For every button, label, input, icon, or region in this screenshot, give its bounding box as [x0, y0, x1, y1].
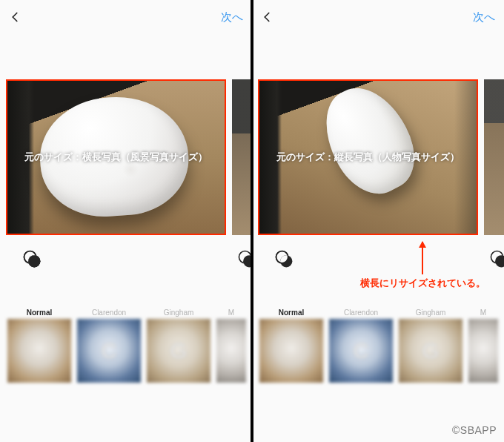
next-button[interactable]: 次へ — [221, 10, 243, 24]
filter-normal[interactable]: Normal — [259, 306, 323, 387]
lux-button[interactable] — [22, 249, 42, 268]
filter-clarendon[interactable]: Clarendon C — [329, 306, 393, 387]
filter-strip[interactable]: Normal Clarendon C Gingham G M — [252, 306, 504, 387]
filter-label: Normal — [27, 306, 52, 319]
lux-button[interactable] — [274, 249, 294, 268]
overlay-caption: 元のサイズ：縦長写真（人物写真サイズ） — [271, 151, 465, 164]
filter-thumb — [216, 319, 246, 383]
filter-letter: G — [399, 319, 462, 383]
filter-label: Normal — [279, 306, 304, 319]
filter-label: Gingham — [164, 306, 194, 319]
lux-icon — [274, 249, 294, 268]
preview-stage: 元のサイズ：横長写真（風景写真サイズ） — [0, 76, 252, 239]
back-button[interactable] — [9, 10, 22, 24]
pane-divider — [251, 0, 253, 442]
filter-letter: G — [147, 319, 210, 383]
filter-truncated[interactable]: M — [468, 306, 498, 387]
header: 次へ — [0, 0, 252, 34]
filter-letter: C — [77, 319, 141, 383]
arrow-up-icon — [422, 242, 423, 274]
filter-label: Gingham — [416, 306, 446, 319]
svg-point-7 — [28, 255, 40, 267]
filter-thumb: G — [147, 319, 210, 383]
header: 次へ — [252, 0, 504, 34]
chevron-left-icon — [261, 10, 274, 24]
back-button[interactable] — [261, 10, 274, 24]
watermark: ©SBAPP — [452, 424, 497, 436]
filter-thumb: G — [399, 319, 462, 383]
preview-stage: 元のサイズ：縦長写真（人物写真サイズ） — [252, 76, 504, 239]
filter-letter: C — [329, 319, 393, 383]
filter-gingham[interactable]: Gingham G — [147, 306, 210, 387]
filter-label: M — [228, 306, 234, 319]
filter-label: M — [480, 306, 486, 319]
filter-thumb: C — [77, 319, 141, 383]
preview-photo[interactable]: 元のサイズ：横長写真（風景写真サイズ） — [6, 79, 226, 235]
chevron-left-icon — [9, 10, 22, 24]
filter-truncated[interactable]: M — [216, 306, 246, 387]
lux-row — [0, 239, 252, 279]
preview-photo[interactable]: 元のサイズ：縦長写真（人物写真サイズ） — [258, 79, 478, 235]
filter-normal[interactable]: Normal — [7, 306, 71, 387]
overlay-caption: 元のサイズ：横長写真（風景写真サイズ） — [19, 151, 213, 164]
right-pane: 次へ 元のサイズ：縦長写真（人物写真サイズ） 横長にリサイズされている。 — [252, 0, 504, 442]
filter-thumb: C — [329, 319, 393, 383]
filter-label: Clarendon — [344, 306, 378, 319]
left-pane: 次へ 元のサイズ：横長写真（風景写真サイズ） — [0, 0, 252, 442]
next-photo-peek[interactable] — [484, 79, 504, 235]
filter-thumb — [259, 319, 323, 383]
filter-label: Clarendon — [92, 306, 126, 319]
annotation: 横長にリサイズされている。 — [348, 242, 497, 290]
filter-thumb — [468, 319, 498, 383]
filter-thumb — [7, 319, 71, 383]
annotation-text: 横長にリサイズされている。 — [348, 277, 497, 290]
filter-gingham[interactable]: Gingham G — [399, 306, 462, 387]
filter-strip[interactable]: Normal Clarendon C Gingham G M — [0, 306, 252, 387]
next-photo-peek[interactable] — [232, 79, 252, 235]
lux-icon — [22, 249, 42, 268]
next-button[interactable]: 次へ — [473, 10, 495, 24]
filter-clarendon[interactable]: Clarendon C — [77, 306, 141, 387]
